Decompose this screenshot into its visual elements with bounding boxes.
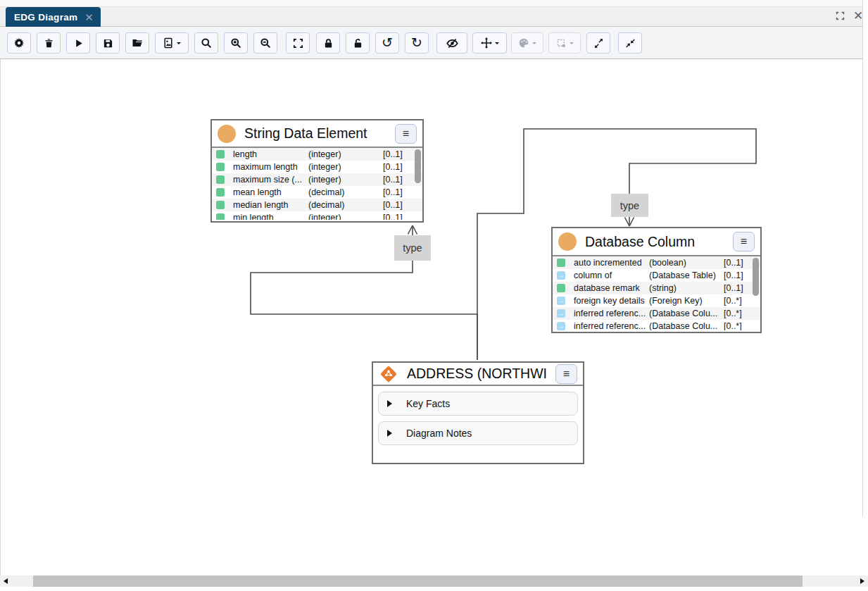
undo-icon: ↺ [382,36,393,49]
redo-button[interactable]: ↻ [405,32,429,54]
dropdown-caret-icon [570,42,574,46]
attribute-type-icon [557,259,565,267]
node-title: Database Column [585,234,724,250]
attribute-name: length [233,149,308,159]
play-icon [73,38,84,49]
collapse-all-button[interactable] [618,32,642,54]
attribute-datatype: (integer) [308,213,383,220]
zoom-out-button[interactable] [253,32,277,54]
edge-label-type[interactable]: type [611,194,648,217]
attribute-type-icon [216,213,225,220]
node-menu-button[interactable]: ≡ [733,232,755,251]
node-scrollbar[interactable] [415,148,421,220]
attribute-row[interactable]: median length (decimal) [0..1] [212,199,422,211]
collapsible-section[interactable]: Diagram Notes [378,421,578,445]
attribute-row[interactable]: column of (Database Table) [0..1] [553,269,760,282]
expand-all-button[interactable] [586,32,610,54]
edge-label-type[interactable]: type [394,235,431,261]
node-style-button[interactable] [548,32,581,54]
lock-button[interactable] [316,32,340,54]
node-address-northwind[interactable]: ADDRESS (NORTHWIN... ≡ Key Facts Diagram… [372,361,584,464]
tab-title: EDG Diagram [14,12,77,23]
attribute-row[interactable]: maximum length (integer) [0..1] [212,161,422,173]
attribute-datatype: (boolean) [649,258,724,268]
search-button[interactable] [194,32,218,54]
attribute-row[interactable]: mean length (decimal) [0..1] [212,186,422,199]
right-triangle-icon [860,578,867,584]
folder-open-icon [132,37,143,49]
left-triangle-icon [1,578,8,584]
attribute-row[interactable]: foreign key details (Foreign Key) [0..*] [553,294,760,307]
tab-bar: EDG Diagram ✕ ✕ [0,0,868,27]
section-label: Key Facts [406,398,450,409]
move-arrows-icon [481,37,492,49]
open-button[interactable] [125,32,149,54]
vertical-scrollbar-track[interactable] [862,0,868,516]
attribute-row[interactable]: database remark (string) [0..1] [553,282,760,294]
scrollbar-thumb[interactable] [415,149,421,183]
settings-button[interactable] [7,32,31,54]
attribute-row[interactable]: inferred referenc... (Database Colu... [… [553,307,760,320]
attribute-row[interactable]: maximum size (... (integer) [0..1] [212,173,422,186]
zoom-in-button[interactable] [224,32,248,54]
attribute-name: mean length [233,187,308,197]
collapsed-triangle-icon [387,430,396,437]
delete-button[interactable] [37,32,61,54]
node-attribute-list[interactable]: auto incremented (boolean) [0..1] column… [553,256,760,330]
run-layout-button[interactable] [66,32,90,54]
node-string-data-element[interactable]: String Data Element ≡ length (integer) [… [210,119,424,223]
dashed-selection-icon [556,38,567,49]
move-mode-button[interactable] [472,32,507,54]
node-menu-button[interactable]: ≡ [395,124,417,144]
class-circle-icon [218,125,236,143]
toolbar: ↺ ↻ [0,27,868,59]
eye-slash-icon [446,37,458,49]
node-database-column[interactable]: Database Column ≡ auto incremented (bool… [551,227,762,333]
node-attribute-list[interactable]: length (integer) [0..1] maximum length (… [212,148,422,220]
attribute-type-icon [557,271,565,280]
scroll-right-arrow[interactable] [856,576,868,587]
horizontal-scrollbar[interactable] [0,576,868,587]
attribute-datatype: (integer) [308,175,383,185]
attribute-row[interactable]: inferred referenc... (Database Colu... [… [553,320,760,330]
fit-screen-icon [293,38,303,49]
attribute-type-icon [557,309,565,318]
attribute-datatype: (Database Colu... [649,321,724,330]
attribute-type-icon [216,201,225,209]
node-header: Database Column ≡ [553,228,760,256]
tab-edg-diagram[interactable]: EDG Diagram ✕ [6,7,101,27]
undo-button[interactable]: ↺ [375,32,399,54]
scrollbar-thumb[interactable] [33,576,803,587]
attribute-row[interactable]: length (integer) [0..1] [212,148,422,161]
attribute-name: auto incremented [574,258,649,268]
attribute-datatype: (integer) [308,162,383,172]
zoom-out-icon [260,37,271,49]
node-scrollbar[interactable] [753,256,759,330]
gear-icon [13,37,25,49]
attribute-name: maximum size (... [233,175,308,185]
hide-elements-button[interactable] [436,32,467,54]
collapsed-triangle-icon [387,400,396,407]
attribute-row[interactable]: min length (integer) [0..1] [212,211,422,220]
attribute-name: maximum length [233,162,308,172]
unlock-button[interactable] [346,32,370,54]
scrollbar-thumb[interactable] [753,258,759,296]
color-palette-button[interactable] [511,32,543,54]
fit-to-screen-button[interactable] [286,32,310,54]
edge-address-to-string [251,226,477,360]
node-title: String Data Element [244,125,386,142]
attribute-type-icon [216,175,225,184]
diagram-canvas[interactable]: type type String Data Element ≡ length (… [0,59,868,576]
tab-close-icon[interactable]: ✕ [84,12,94,23]
collapsible-section[interactable]: Key Facts [378,392,578,416]
scroll-left-arrow[interactable] [0,576,12,587]
dropdown-caret-icon [177,42,181,46]
attribute-row[interactable]: auto incremented (boolean) [0..1] [553,256,760,269]
attribute-datatype: (integer) [308,149,383,159]
export-image-button[interactable] [155,32,189,54]
window-expand-icon[interactable] [834,10,845,21]
unlock-icon [353,38,363,49]
node-menu-button[interactable]: ≡ [555,364,577,384]
search-icon [201,37,212,49]
save-button[interactable] [96,32,120,54]
